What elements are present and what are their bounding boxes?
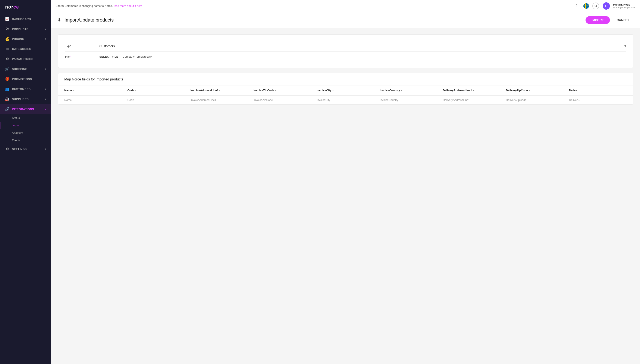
col-header-invoice-zip-code[interactable]: InvoiceZipCode ▾	[251, 86, 314, 95]
chevron-down-icon: ▾	[45, 88, 46, 90]
data-cell-invoice-zip-code: InvoiceZipCode	[251, 96, 314, 104]
chevron-down-icon: ▾	[332, 89, 333, 92]
type-label: Type	[65, 44, 99, 48]
col-header-invoice-country[interactable]: InvoiceCountry ▾	[377, 86, 440, 95]
chevron-down-icon: ▾	[624, 44, 626, 48]
data-cell-name: Name	[62, 96, 125, 104]
topbar-notice-link[interactable]: read more about it here	[113, 4, 142, 8]
notifications-icon[interactable]: ⊘	[592, 2, 599, 10]
col-header-invoice-address-line1[interactable]: InvoiceAddressLine1 ▾	[188, 86, 251, 95]
sidebar-item-label: SETTINGS	[12, 148, 43, 151]
chevron-down-icon: ▾	[401, 89, 402, 92]
chevron-down-icon: ▾	[73, 89, 74, 92]
topbar-actions: ? ⊘ F Fredrik Ryde Norce [Storm] Admin	[573, 2, 635, 10]
sidebar-sub-item-events[interactable]: Events	[0, 136, 51, 144]
main-content: Storm Commerce is changing name to Norce…	[51, 0, 640, 364]
type-select-value: Customers	[99, 44, 624, 48]
sidebar-sub-item-adapters[interactable]: Adapters	[0, 129, 51, 136]
page-icon: ⬇	[57, 17, 61, 23]
file-value-wrap: SELECT FILE "Company Template.xlsx"	[99, 55, 626, 58]
chevron-down-icon: ▾	[135, 89, 136, 92]
topbar: Storm Commerce is changing name to Norce…	[51, 0, 640, 12]
sidebar-item-settings[interactable]: ⚙ SETTINGS ▾	[0, 144, 51, 154]
data-cell-invoice-country: InvoiceCountry	[377, 96, 440, 104]
file-name: "Company Template.xlsx"	[122, 55, 153, 58]
sidebar-item-label: DASHBOARD	[12, 18, 46, 21]
page-content: ⬇ Import/Update products IMPORT CANCEL T…	[51, 12, 640, 364]
sidebar-item-label: SHOPPING	[12, 68, 43, 70]
sidebar: norce 📈 DASHBOARD 🛍 PRODUCTS ▾ 💰 PRICING…	[0, 0, 51, 364]
sidebar-item-label: PRICING	[12, 37, 43, 40]
avatar[interactable]: F	[603, 2, 610, 10]
type-row: Type Customers ▾	[65, 40, 626, 52]
sidebar-item-categories[interactable]: ⊞ CATEGORIES	[0, 44, 51, 54]
column-header-row: Name ▾ Code ▾ InvoiceAddressLine1 ▾ In	[58, 86, 633, 96]
logo-text: norce	[5, 4, 19, 10]
import-button[interactable]: IMPORT	[585, 16, 610, 24]
sidebar-item-parametrics[interactable]: ⚙ PARAMETRICS	[0, 54, 51, 64]
mapping-table: Name ▾ Code ▾ InvoiceAddressLine1 ▾ In	[58, 86, 633, 104]
type-select-wrap[interactable]: Customers ▾	[99, 44, 626, 48]
sidebar-item-dashboard[interactable]: 📈 DASHBOARD	[0, 14, 51, 24]
language-flag-icon[interactable]	[583, 3, 589, 9]
sidebar-item-label: CATEGORIES	[12, 47, 46, 50]
sidebar-item-promotions[interactable]: 🎁 PROMOTIONS	[0, 74, 51, 84]
products-icon: 🛍	[5, 27, 10, 31]
integrations-icon: 🔗	[5, 107, 10, 111]
chevron-down-icon: ▾	[275, 89, 276, 92]
mapping-section-title: Map Norce fields for imported products	[58, 73, 633, 86]
settings-icon: ⚙	[5, 147, 10, 151]
sidebar-item-label: INTEGRATIONS	[12, 108, 43, 111]
suppliers-icon: 🏭	[5, 97, 10, 101]
chevron-down-icon: ▾	[45, 148, 46, 150]
page-header: ⬇ Import/Update products IMPORT CANCEL	[51, 12, 640, 28]
data-cell-delivery-address-line1: DeliveryAddressLine1	[440, 96, 503, 104]
sidebar-sub-item-import[interactable]: Import	[0, 122, 51, 129]
cancel-button[interactable]: CANCEL	[612, 16, 634, 24]
sidebar-item-label: PROMOTIONS	[12, 78, 46, 81]
sidebar-item-label: PRODUCTS	[12, 28, 43, 31]
col-header-deliver[interactable]: Delive...	[566, 86, 629, 95]
header-buttons: IMPORT CANCEL	[585, 16, 634, 24]
shopping-icon: 🛒	[5, 67, 10, 71]
col-header-delivery-zip-code[interactable]: DeliveryZipCode ▾	[503, 86, 566, 95]
required-indicator: *	[71, 55, 72, 58]
sidebar-item-suppliers[interactable]: 🏭 SUPPLIERS ▾	[0, 94, 51, 104]
chevron-down-icon: ▾	[473, 89, 474, 92]
chevron-down-icon: ▾	[219, 89, 220, 92]
help-icon[interactable]: ?	[573, 2, 580, 10]
sidebar-item-label: PARAMETRICS	[12, 58, 46, 60]
categories-icon: ⊞	[5, 47, 10, 51]
user-role: Norce [Storm] Admin	[613, 6, 635, 9]
sidebar-item-customers[interactable]: 👥 CUSTOMERS ▾	[0, 84, 51, 94]
sidebar-item-integrations[interactable]: 🔗 INTEGRATIONS ▾	[0, 104, 51, 114]
chevron-down-icon: ▾	[45, 28, 46, 30]
chevron-down-icon: ▾	[45, 38, 46, 40]
customers-icon: 👥	[5, 87, 10, 91]
data-cell-deliver: Deliver...	[566, 96, 629, 104]
sidebar-item-products[interactable]: 🛍 PRODUCTS ▾	[0, 24, 51, 34]
select-file-button[interactable]: SELECT FILE	[99, 55, 118, 58]
page-title-wrap: ⬇ Import/Update products	[57, 17, 114, 23]
sub-item-label: Events	[12, 139, 21, 142]
sub-item-label: Import	[13, 124, 20, 127]
col-header-name[interactable]: Name ▾	[62, 86, 125, 95]
promotions-icon: 🎁	[5, 77, 10, 81]
data-cell-invoice-address-line1: InvoiceAddressLine1	[188, 96, 251, 104]
chevron-down-icon: ▾	[45, 68, 46, 70]
col-header-invoice-city[interactable]: InvoiceCity ▾	[314, 86, 377, 95]
file-row: File * SELECT FILE "Company Template.xls…	[65, 52, 626, 62]
col-header-code[interactable]: Code ▾	[125, 86, 188, 95]
sidebar-logo: norce	[0, 0, 51, 14]
pricing-icon: 💰	[5, 37, 10, 41]
sidebar-item-shopping[interactable]: 🛒 SHOPPING ▾	[0, 64, 51, 74]
file-label: File *	[65, 55, 99, 58]
sub-item-label: Status	[12, 116, 20, 120]
topbar-notice: Storm Commerce is changing name to Norce…	[56, 4, 142, 8]
data-cell-delivery-zip-code: DeliveryZipCode	[503, 96, 566, 104]
col-header-delivery-address-line1[interactable]: DeliveryAddressLine1 ▾	[440, 86, 503, 95]
sidebar-sub-item-status[interactable]: Status	[0, 114, 51, 122]
sidebar-item-pricing[interactable]: 💰 PRICING ▾	[0, 34, 51, 44]
chevron-down-icon: ▾	[45, 98, 46, 100]
data-cell-invoice-city: InvoiceCity	[314, 96, 377, 104]
